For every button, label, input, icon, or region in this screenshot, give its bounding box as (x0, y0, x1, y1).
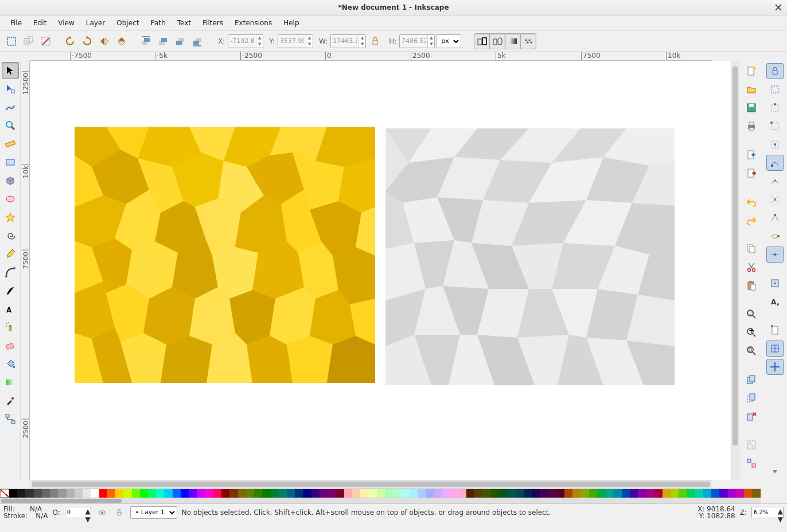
color-palette[interactable] (0, 488, 761, 498)
opacity-input[interactable]: ▲▼ (65, 507, 91, 518)
palette-swatch[interactable] (221, 489, 229, 498)
palette-swatch[interactable] (524, 489, 532, 498)
palette-swatch[interactable] (173, 489, 181, 498)
tweak-tool-icon[interactable] (2, 99, 19, 116)
palette-swatch[interactable] (409, 489, 417, 498)
ellipse-tool-icon[interactable] (2, 190, 19, 208)
palette-swatch[interactable] (238, 489, 246, 498)
palette-swatch[interactable] (197, 489, 205, 498)
affect-stroke-icon[interactable] (474, 33, 490, 49)
copy-icon[interactable] (743, 241, 760, 257)
bezier-tool-icon[interactable] (2, 264, 19, 281)
snap-page-icon[interactable] (766, 322, 784, 338)
yellow-image[interactable] (75, 127, 375, 383)
select-all-layers-icon[interactable] (21, 33, 37, 49)
palette-swatch[interactable] (352, 489, 360, 498)
gradient-tool-icon[interactable] (2, 374, 19, 391)
palette-swatch[interactable] (50, 489, 58, 498)
snap-path-intersect-icon[interactable] (766, 191, 784, 208)
palette-swatch[interactable] (254, 489, 262, 498)
palette-swatch[interactable] (442, 489, 450, 498)
palette-swatch[interactable] (205, 489, 213, 498)
more-icon[interactable] (766, 464, 784, 480)
palette-swatch[interactable] (368, 489, 376, 498)
palette-swatch[interactable] (556, 489, 564, 498)
palette-swatch[interactable] (622, 489, 630, 498)
palette-swatch[interactable] (499, 489, 507, 498)
palette-swatch[interactable] (25, 489, 33, 498)
unit-select[interactable]: px (436, 34, 461, 48)
palette-swatch[interactable] (148, 489, 156, 498)
palette-swatch[interactable] (99, 489, 107, 498)
palette-swatch[interactable] (181, 489, 189, 498)
palette-swatch[interactable] (450, 489, 458, 498)
palette-swatch[interactable] (279, 489, 287, 498)
w-input[interactable]: ▲▼ (330, 34, 366, 48)
palette-swatch[interactable] (287, 489, 295, 498)
palette-swatch[interactable] (540, 489, 548, 498)
palette-swatch[interactable] (295, 489, 303, 498)
menu-layer[interactable]: Layer (80, 17, 111, 29)
palette-swatch[interactable] (711, 489, 719, 498)
close-icon[interactable] (774, 3, 782, 11)
palette-swatch[interactable] (9, 489, 17, 498)
palette-swatch[interactable] (115, 489, 123, 498)
palette-swatch[interactable] (360, 489, 368, 498)
ungroup-icon[interactable] (743, 455, 760, 471)
menu-extensions[interactable]: Extensions (229, 17, 278, 29)
palette-swatch[interactable] (589, 489, 597, 498)
print-document-icon[interactable] (743, 118, 760, 134)
paste-icon[interactable] (743, 277, 760, 294)
flip-vertical-icon[interactable] (114, 33, 130, 49)
palette-swatch[interactable] (572, 489, 580, 498)
fill-stroke-indicator[interactable]: Fill:N/A Stroke:N/A (3, 506, 48, 519)
palette-swatch[interactable] (303, 489, 311, 498)
menu-text[interactable]: Text (172, 17, 197, 29)
pencil-tool-icon[interactable] (2, 245, 19, 263)
palette-swatch[interactable] (491, 489, 499, 498)
palette-swatch[interactable] (597, 489, 605, 498)
palette-swatch[interactable] (123, 489, 131, 498)
grey-image[interactable] (385, 128, 675, 385)
snap-guide-icon[interactable] (766, 359, 784, 375)
menu-object[interactable]: Object (111, 17, 145, 29)
snap-smooth-icon[interactable] (766, 228, 784, 244)
palette-swatch[interactable] (17, 489, 25, 498)
palette-swatch[interactable] (132, 489, 140, 498)
y-input[interactable]: ▲▼ (278, 34, 313, 48)
zoom-tool-icon[interactable] (2, 117, 19, 134)
palette-swatch[interactable] (434, 489, 442, 498)
node-tool-icon[interactable] (2, 80, 19, 97)
palette-swatch[interactable] (377, 489, 385, 498)
palette-swatch[interactable] (564, 489, 572, 498)
palette-none-swatch[interactable] (0, 489, 9, 498)
unlink-clone-icon[interactable] (743, 408, 760, 424)
palette-swatch[interactable] (466, 489, 474, 498)
palette-swatch[interactable] (458, 489, 466, 498)
clone-icon[interactable] (743, 390, 760, 406)
palette-swatch[interactable] (42, 489, 50, 498)
ruler-horizontal[interactable]: -7500-5k-2500025005k750010k (30, 52, 712, 61)
save-document-icon[interactable] (743, 100, 760, 116)
duplicate-icon[interactable] (743, 371, 760, 388)
spray-tool-icon[interactable] (2, 319, 19, 336)
h-input[interactable]: ▲▼ (399, 34, 435, 48)
affect-pattern-icon[interactable] (520, 33, 536, 49)
dropper-tool-icon[interactable] (2, 392, 19, 409)
palette-swatch[interactable] (246, 489, 254, 498)
3dbox-tool-icon[interactable] (2, 172, 19, 189)
palette-swatch[interactable] (719, 489, 727, 498)
palette-swatch[interactable] (679, 489, 687, 498)
select-all-icon[interactable] (3, 33, 20, 49)
palette-swatch[interactable] (728, 489, 736, 498)
palette-swatch[interactable] (189, 489, 197, 498)
snap-grid-icon[interactable] (766, 341, 784, 357)
palette-swatch[interactable] (91, 489, 99, 498)
x-input[interactable]: ▲▼ (228, 34, 263, 48)
palette-swatch[interactable] (418, 489, 426, 498)
layer-select[interactable]: • Layer 1 (130, 506, 177, 519)
affect-gradient-icon[interactable] (505, 33, 521, 49)
palette-swatch[interactable] (752, 489, 760, 498)
palette-swatch[interactable] (736, 489, 744, 498)
scrollbar-horizontal[interactable] (30, 480, 712, 488)
